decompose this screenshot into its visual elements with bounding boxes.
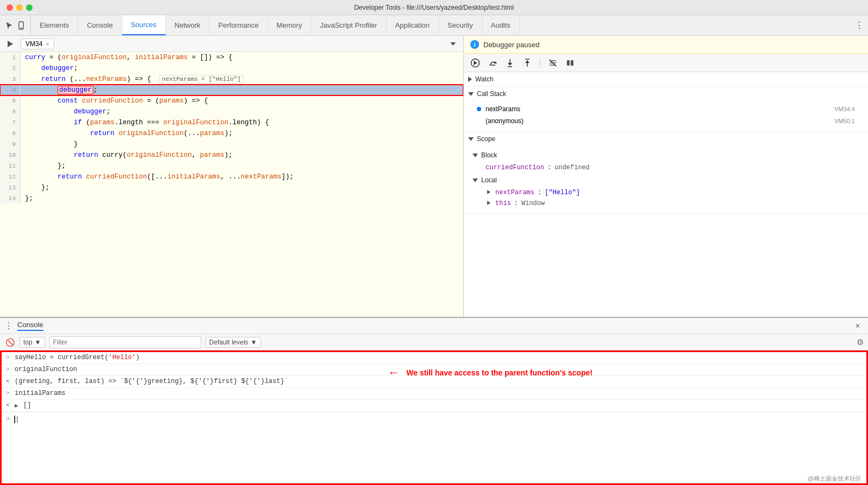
svg-marker-3 — [450, 42, 456, 46]
frame-location-nextparams: VM34:4 — [834, 106, 855, 112]
local-subsection-header[interactable]: Local — [473, 173, 859, 187]
tab-bar: Elements Console Sources Network Perform… — [0, 15, 868, 36]
console-filter-input[interactable] — [49, 336, 201, 348]
play-forward-icon[interactable] — [4, 38, 16, 50]
vm-tab[interactable]: VM34 × — [21, 39, 54, 49]
console-dots-icon[interactable]: ⋮ — [4, 321, 13, 331]
block-label: Block — [481, 151, 497, 159]
sources-more-icon[interactable] — [447, 38, 459, 50]
call-stack-frame-nextparams[interactable]: nextParams VM34:4 — [473, 103, 859, 115]
frame-name-nextparams: nextParams — [486, 105, 830, 113]
console-settings-icon[interactable]: ⚙ — [857, 337, 864, 347]
info-icon: i — [470, 40, 479, 49]
svg-marker-2 — [8, 41, 13, 47]
watch-section-header[interactable]: Watch — [464, 72, 868, 86]
tab-network[interactable]: Network — [166, 15, 210, 35]
tab-js-profiler[interactable]: JavaScript Profiler — [311, 15, 386, 35]
tab-elements[interactable]: Elements — [31, 15, 78, 35]
vm-tab-close[interactable]: × — [46, 41, 49, 47]
svg-rect-20 — [571, 60, 573, 66]
code-line-14: 14 }; — [0, 193, 463, 204]
tab-sources[interactable]: Sources — [122, 15, 166, 35]
sources-subtab: VM34 × — [0, 36, 463, 52]
active-frame-indicator — [477, 107, 481, 111]
this-expand-icon[interactable] — [486, 200, 492, 206]
console-arrow-1: > — [6, 354, 15, 361]
frame-location-anonymous: VM50:1 — [834, 118, 855, 124]
tab-audits[interactable]: Audits — [482, 15, 520, 35]
resume-button[interactable] — [468, 56, 482, 70]
scope-prop-nextParams: nextParams : ["Hello"] — [486, 187, 859, 198]
annotation-container: ← We still have access to the parent fun… — [388, 366, 592, 380]
tab-memory[interactable]: Memory — [268, 15, 311, 35]
block-toggle-icon — [473, 154, 478, 157]
svg-marker-10 — [508, 63, 512, 66]
block-subsection-header[interactable]: Block — [473, 148, 859, 162]
cursor-icon[interactable] — [4, 21, 14, 30]
call-stack-section: Call Stack nextParams VM34:4 (anonymous)… — [464, 87, 868, 132]
code-line-1: 1 curry = (originalFunction, initialPara… — [0, 52, 463, 63]
clear-console-icon[interactable]: 🚫 — [4, 337, 15, 348]
more-tabs-button[interactable]: ⋮ — [851, 15, 868, 35]
debugger-toolbar — [464, 54, 868, 72]
tabs-list: Elements Console Sources Network Perform… — [31, 15, 851, 35]
tab-application[interactable]: Application — [386, 15, 439, 35]
console-level-arrow: ▼ — [251, 339, 257, 346]
scope-section-header[interactable]: Scope — [464, 132, 868, 146]
console-close-button[interactable]: × — [852, 320, 864, 332]
nextparams-expand-icon[interactable] — [486, 189, 492, 195]
local-toggle-icon — [473, 178, 478, 182]
console-text-5: [] — [23, 401, 862, 409]
tab-console[interactable]: Console — [78, 15, 122, 35]
bottom-section: ⋮ Console × 🚫 top ▼ Default levels ▼ ⚙ >… — [0, 317, 868, 485]
call-stack-content: nextParams VM34:4 (anonymous) VM50:1 — [464, 101, 868, 131]
console-arrow-2: > — [6, 366, 15, 373]
console-input-arrow: > — [6, 416, 10, 423]
watch-toggle-icon — [468, 76, 472, 82]
window-controls[interactable] — [7, 4, 33, 11]
devtools-main: VM34 × 1 curry = (originalFunction, init… — [0, 36, 868, 485]
svg-rect-19 — [567, 60, 570, 66]
console-arrow-4: > — [6, 390, 15, 397]
scope-prop-this: this : Window — [486, 198, 859, 209]
step-over-button[interactable] — [486, 56, 500, 70]
step-into-button[interactable] — [503, 56, 517, 70]
debugger-paused-label: Debugger paused — [483, 41, 539, 49]
console-tab-label[interactable]: Console — [17, 321, 43, 331]
console-cursor[interactable]: | — [14, 416, 19, 423]
deactivate-breakpoints-button[interactable] — [546, 56, 560, 70]
console-toolbar: 🚫 top ▼ Default levels ▼ ⚙ — [0, 334, 868, 350]
code-line-12: 12 return curriedFunction([...initialPar… — [0, 171, 463, 182]
tab-security[interactable]: Security — [439, 15, 482, 35]
code-line-8: 8 return originalFunction(...params); — [0, 128, 463, 139]
console-context-dropdown[interactable]: top ▼ — [20, 337, 45, 348]
call-stack-frame-anonymous[interactable]: (anonymous) VM50:1 — [473, 115, 859, 127]
toolbar-separator — [540, 58, 540, 68]
call-stack-section-header[interactable]: Call Stack — [464, 87, 868, 101]
console-level-dropdown[interactable]: Default levels ▼ — [206, 337, 261, 348]
scope-section-label: Scope — [477, 135, 495, 143]
window-title: Developer Tools - file:///Users/yazeed/D… — [354, 4, 514, 11]
close-button[interactable] — [7, 4, 13, 11]
watermark: @稀土掘金技术社区 — [808, 475, 861, 483]
mobile-icon[interactable] — [16, 21, 26, 30]
maximize-button[interactable] — [26, 4, 33, 11]
scope-content: Block curriedFunction : undefined — [464, 146, 868, 213]
call-stack-toggle-icon — [468, 92, 474, 96]
title-bar: Developer Tools - file:///Users/yazeed/D… — [0, 0, 868, 15]
console-arrow-5: < — [6, 401, 15, 409]
code-line-7: 7 if (params.length === originalFunction… — [0, 117, 463, 128]
pause-exceptions-button[interactable] — [563, 56, 577, 70]
step-out-button[interactable] — [520, 56, 534, 70]
console-text-1: sayHello = curriedGreet('Hello') — [15, 354, 862, 361]
console-level-label: Default levels — [209, 339, 248, 346]
code-line-10: 10 return curry(originalFunction, params… — [0, 150, 463, 161]
code-line-5: 5 const curriedFunction = (params) => { — [0, 95, 463, 106]
code-line-9: 9 } — [0, 139, 463, 150]
minimize-button[interactable] — [16, 4, 23, 11]
local-props: nextParams : ["Hello"] this : Window — [473, 187, 859, 209]
code-line-2: 2 debugger; — [0, 63, 463, 74]
console-row-1: > sayHello = curriedGreet('Hello') — [2, 352, 866, 364]
array-expand-icon[interactable]: ▶ — [15, 401, 23, 409]
tab-performance[interactable]: Performance — [209, 15, 267, 35]
